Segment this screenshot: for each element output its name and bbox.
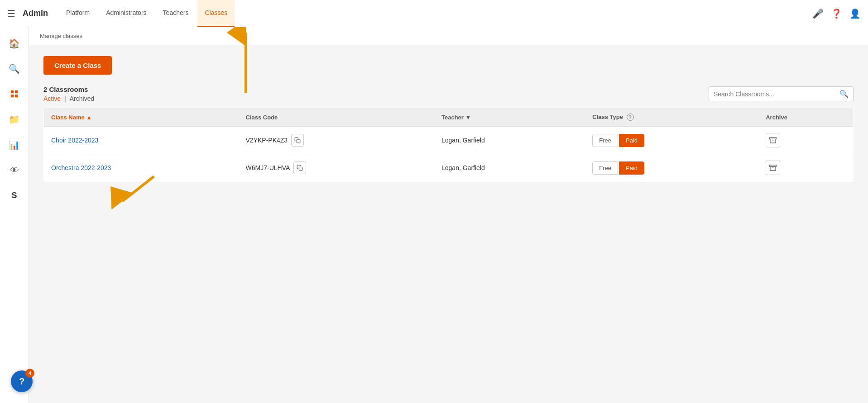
classname-sort-icon: ▲ <box>86 114 92 121</box>
col-header-archive: Archive <box>758 108 853 127</box>
col-header-classtype: Class Type ? <box>585 108 758 127</box>
filter-archived[interactable]: Archived <box>70 95 94 102</box>
nav-platform[interactable]: Platform <box>59 0 97 27</box>
row2-teacher-cell: Logan, Garfield <box>434 154 585 182</box>
svg-rect-7 <box>14 95 17 97</box>
search-classrooms-icon[interactable]: 🔍 <box>839 90 849 98</box>
teacher-sort-icon: ▼ <box>465 114 471 121</box>
sidebar-search[interactable]: 🔍 <box>4 58 25 80</box>
row2-copy-btn[interactable] <box>293 161 306 174</box>
row1-type-toggle: Free Paid <box>592 134 751 147</box>
classrooms-header: 2 Classrooms Active | Archived 🔍 <box>43 85 854 102</box>
help-icon[interactable]: ❓ <box>831 8 842 19</box>
row1-classname-cell: Choir 2022-2023 <box>44 127 239 154</box>
table-body: Choir 2022-2023 V2YKP-PK4Z3 Logan, Garfi… <box>44 127 854 182</box>
row2-type-toggle: Free Paid <box>592 161 751 175</box>
hamburger-menu[interactable]: ☰ <box>7 8 15 19</box>
row1-classcode-cell: V2YKP-PK4Z3 <box>239 127 435 154</box>
table-header: Class Name ▲ Class Code Teacher ▼ Class … <box>44 108 854 127</box>
row2-type-free-btn[interactable]: Free <box>592 161 618 175</box>
sidebar-assignments[interactable] <box>4 83 25 105</box>
nav-teachers[interactable]: Teachers <box>156 0 196 27</box>
breadcrumb-bar: Manage classes <box>29 27 868 45</box>
sidebar: 🏠 🔍 📁 📊 👁 S <box>0 27 29 403</box>
row1-code-cell: V2YKP-PK4Z3 <box>246 134 427 147</box>
search-classrooms-input[interactable] <box>714 90 839 98</box>
row1-type-free-btn[interactable]: Free <box>592 134 618 147</box>
content-area: Create a Class 2 Classrooms Active | Arc… <box>29 45 868 193</box>
table-row: Orchestra 2022-2023 W6MJ7-ULHVA Logan, G… <box>44 154 854 182</box>
help-bubble[interactable]: ? 4 <box>11 370 33 392</box>
row1-code-text: V2YKP-PK4Z3 <box>246 137 288 144</box>
nav-links: Platform Administrators Teachers Classes <box>59 0 812 27</box>
sidebar-reports[interactable]: 📊 <box>4 134 25 156</box>
svg-rect-5 <box>10 95 13 97</box>
help-bubble-icon: ? <box>19 376 24 387</box>
row1-archive-btn[interactable] <box>766 133 780 147</box>
row1-copy-btn[interactable] <box>291 134 304 147</box>
row1-teacher-cell: Logan, Garfield <box>434 127 585 154</box>
nav-classes[interactable]: Classes <box>197 0 235 27</box>
brand-label: Admin <box>23 9 48 18</box>
svg-rect-4 <box>10 90 13 93</box>
row1-classname-link[interactable]: Choir 2022-2023 <box>51 137 98 144</box>
filter-tabs: Active | Archived <box>43 95 94 102</box>
svg-rect-9 <box>770 137 777 139</box>
row2-classname-cell: Orchestra 2022-2023 <box>44 154 239 182</box>
svg-rect-6 <box>14 90 17 93</box>
help-badge: 4 <box>25 369 34 378</box>
user-icon[interactable]: 👤 <box>849 8 861 19</box>
row2-type-paid-btn[interactable]: Paid <box>619 161 644 175</box>
sidebar-preview[interactable]: 👁 <box>4 159 25 181</box>
col-header-teacher[interactable]: Teacher ▼ <box>434 108 585 127</box>
row2-classtype-cell: Free Paid <box>585 154 758 182</box>
row1-archive-cell <box>758 127 853 154</box>
sidebar-s[interactable]: S <box>4 185 25 206</box>
svg-rect-12 <box>770 165 777 166</box>
row2-classname-link[interactable]: Orchestra 2022-2023 <box>51 164 111 171</box>
top-nav: ☰ Admin Platform Administrators Teachers… <box>0 0 868 27</box>
classtype-info-icon[interactable]: ? <box>627 114 634 121</box>
col-header-classname[interactable]: Class Name ▲ <box>44 108 239 127</box>
table-row: Choir 2022-2023 V2YKP-PK4Z3 Logan, Garfi… <box>44 127 854 154</box>
filter-separator: | <box>64 95 66 102</box>
filter-active[interactable]: Active <box>43 95 61 102</box>
svg-rect-11 <box>299 167 303 171</box>
nav-right-icons: 🎤 ❓ 👤 <box>812 8 861 19</box>
app-body: 🏠 🔍 📁 📊 👁 S Manage classes Create a Clas… <box>0 27 868 403</box>
search-box: 🔍 <box>709 86 854 101</box>
sidebar-home[interactable]: 🏠 <box>4 33 25 54</box>
create-class-button[interactable]: Create a Class <box>43 56 112 75</box>
row2-code-cell: W6MJ7-ULHVA <box>246 161 427 174</box>
row2-code-text: W6MJ7-ULHVA <box>246 164 290 171</box>
row1-classtype-cell: Free Paid <box>585 127 758 154</box>
sidebar-folders[interactable]: 📁 <box>4 109 25 130</box>
svg-rect-8 <box>297 139 300 143</box>
breadcrumb-text: Manage classes <box>40 33 82 39</box>
row2-archive-btn[interactable] <box>766 161 780 175</box>
row1-type-paid-btn[interactable]: Paid <box>619 134 644 147</box>
row2-archive-cell <box>758 154 853 182</box>
mic-icon[interactable]: 🎤 <box>812 8 824 19</box>
classrooms-count: 2 Classrooms <box>43 85 94 93</box>
nav-administrators[interactable]: Administrators <box>99 0 153 27</box>
col-header-classcode: Class Code <box>239 108 435 127</box>
main-content: Manage classes Create a Class 2 Classroo… <box>29 27 868 403</box>
row2-classcode-cell: W6MJ7-ULHVA <box>239 154 435 182</box>
classrooms-meta: 2 Classrooms Active | Archived <box>43 85 94 102</box>
classrooms-table: Class Name ▲ Class Code Teacher ▼ Class … <box>43 108 854 182</box>
